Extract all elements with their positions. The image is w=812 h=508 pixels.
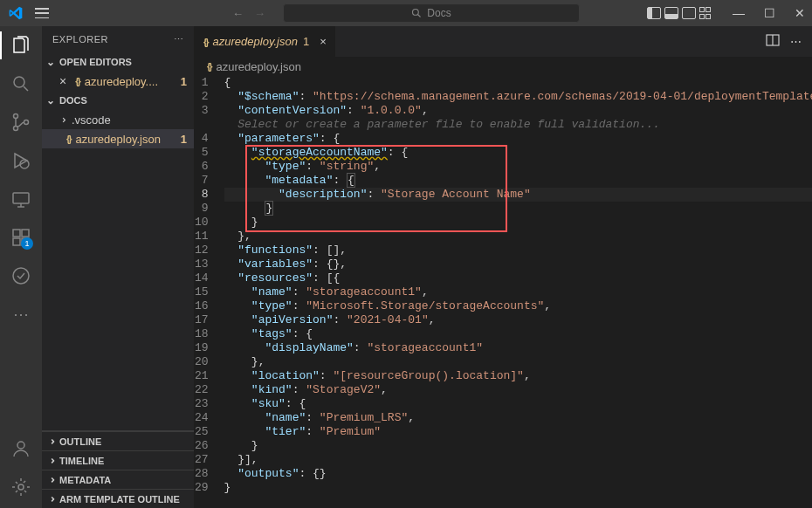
line-gutter: 1234567891011121314151617181920212223242… bbox=[195, 76, 224, 508]
code-editor[interactable]: 1234567891011121314151617181920212223242… bbox=[195, 76, 812, 508]
json-file-icon: {} bbox=[203, 37, 208, 47]
search-placeholder: Docs bbox=[427, 7, 451, 19]
svg-point-15 bbox=[13, 268, 29, 284]
close-icon[interactable]: ✕ bbox=[795, 6, 805, 20]
svg-point-17 bbox=[18, 484, 24, 490]
nav-forward-icon[interactable]: → bbox=[254, 7, 265, 20]
vscode-logo-icon bbox=[9, 6, 23, 20]
titlebar: ← → Docs — ☐ ✕ bbox=[0, 0, 812, 26]
open-editor-item[interactable]: × {} azuredeploy.... 1 bbox=[42, 72, 194, 91]
folder-vscode[interactable]: ⌄ .vscode bbox=[42, 110, 194, 129]
tab-close-icon[interactable]: × bbox=[320, 35, 327, 48]
breadcrumb[interactable]: {} azuredeploy.json bbox=[195, 57, 812, 76]
search-activity-icon[interactable] bbox=[10, 73, 31, 94]
split-editor-icon[interactable] bbox=[766, 34, 780, 49]
settings-icon[interactable] bbox=[10, 477, 31, 498]
json-file-icon: {} bbox=[207, 61, 211, 72]
sidebar-title: EXPLORER bbox=[52, 34, 108, 45]
workspace-section[interactable]: ⌄DOCS bbox=[42, 91, 194, 110]
json-file-icon: {} bbox=[75, 76, 79, 86]
layout-bottom-icon[interactable] bbox=[664, 7, 678, 19]
tab-bar: {} azuredeploy.json 1 × ⋯ bbox=[195, 26, 812, 57]
json-file-icon: {} bbox=[66, 134, 71, 144]
tab-azuredeploy[interactable]: {} azuredeploy.json 1 × bbox=[195, 26, 336, 57]
extensions-badge: 1 bbox=[21, 237, 33, 250]
remote-explorer-icon[interactable] bbox=[10, 189, 31, 209]
open-editors-section[interactable]: ⌄OPEN EDITORS bbox=[42, 52, 194, 72]
timeline-section[interactable]: ⌄TIMELINE bbox=[42, 450, 194, 470]
layout-customize-icon[interactable] bbox=[699, 7, 713, 19]
maximize-icon[interactable]: ☐ bbox=[764, 6, 775, 20]
nav-back-icon[interactable]: ← bbox=[232, 7, 244, 20]
command-center[interactable]: Docs bbox=[283, 3, 580, 23]
explorer-icon[interactable] bbox=[10, 35, 31, 56]
activity-bar: 1 ⋯ bbox=[0, 26, 42, 508]
layout-left-icon[interactable] bbox=[647, 7, 661, 19]
tab-more-icon[interactable]: ⋯ bbox=[790, 35, 802, 48]
svg-point-16 bbox=[17, 442, 24, 449]
testing-icon[interactable] bbox=[10, 265, 31, 286]
accounts-icon[interactable] bbox=[10, 438, 31, 459]
svg-line-3 bbox=[24, 86, 28, 91]
extensions-icon[interactable]: 1 bbox=[10, 227, 31, 248]
layout-right-icon[interactable] bbox=[682, 7, 696, 19]
minimize-icon[interactable]: — bbox=[733, 6, 745, 20]
run-debug-icon[interactable] bbox=[10, 150, 31, 171]
svg-rect-8 bbox=[13, 193, 29, 203]
search-icon bbox=[411, 8, 422, 18]
svg-rect-11 bbox=[13, 230, 20, 237]
arm-section[interactable]: ⌄ARM TEMPLATE OUTLINE bbox=[42, 489, 194, 508]
source-control-icon[interactable] bbox=[10, 112, 31, 133]
outline-section[interactable]: ⌄OUTLINE bbox=[42, 431, 194, 450]
editor: {} azuredeploy.json 1 × ⋯ {} azuredeploy… bbox=[195, 26, 812, 508]
close-editor-icon[interactable]: × bbox=[59, 74, 66, 88]
svg-point-4 bbox=[14, 114, 18, 119]
svg-point-5 bbox=[14, 127, 18, 131]
svg-point-2 bbox=[14, 77, 24, 87]
metadata-section[interactable]: ⌄METADATA bbox=[42, 470, 194, 489]
menu-icon[interactable] bbox=[35, 8, 49, 18]
more-icon[interactable]: ⋯ bbox=[10, 304, 31, 325]
sidebar-more-icon[interactable]: ⋯ bbox=[174, 34, 184, 45]
svg-point-0 bbox=[413, 10, 419, 16]
svg-line-1 bbox=[418, 15, 421, 17]
file-azuredeploy[interactable]: {} azuredeploy.json 1 bbox=[42, 129, 194, 148]
sidebar: EXPLORER ⋯ ⌄OPEN EDITORS × {} azuredeplo… bbox=[42, 26, 195, 508]
svg-rect-13 bbox=[13, 238, 20, 245]
svg-point-6 bbox=[24, 120, 29, 125]
svg-rect-12 bbox=[22, 230, 29, 237]
